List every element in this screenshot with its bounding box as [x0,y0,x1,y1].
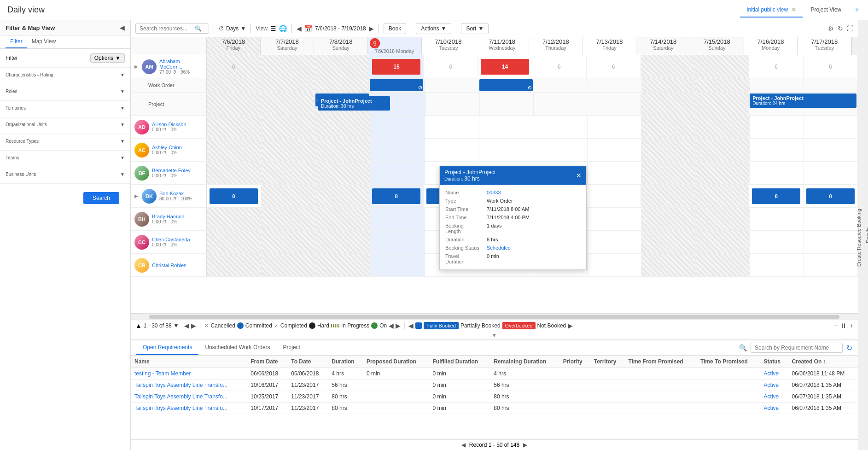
tab-initial-public-view[interactable]: Initial public view ✕ [740,3,802,18]
col-remaining[interactable]: Remaining Duration [490,356,559,368]
legend-prev-button[interactable]: ◀ [389,322,394,329]
tab-close-icon[interactable]: ✕ [792,6,796,13]
filter-territories-label[interactable]: Territories ▼ [6,105,125,111]
sort-button[interactable]: Sort ▼ [461,23,489,34]
filter-teams-label[interactable]: Teams ▼ [6,155,125,160]
tab-project-view[interactable]: Project View [804,3,848,18]
booking-prev-button[interactable]: ◀ [408,322,414,329]
bob-block-tue2[interactable]: 8 [806,188,855,204]
horizontal-scrollbar[interactable] [131,313,858,320]
filter-section-header[interactable]: Filter Options ▼ [6,53,125,63]
req-name-link-3[interactable]: Tailspin Toys Assembly Line Transfo... [134,393,227,400]
tab-unscheduled-work-orders[interactable]: Unscheduled Work Orders [198,340,276,355]
col-time-to[interactable]: Time To Promised [697,356,760,368]
tab-open-requirements[interactable]: Open Requirements [136,340,198,355]
scroll-thumb[interactable] [149,315,839,319]
filter-tab-filter[interactable]: Filter [6,35,27,48]
status-link-3[interactable]: Active [764,393,779,400]
collapse-rows-button[interactable]: ▲ [135,322,142,329]
filter-business-units-label[interactable]: Business Units ▼ [6,172,125,177]
col-from[interactable]: From Date [247,356,287,368]
lower-search-input[interactable] [751,343,843,353]
search-input[interactable] [140,25,195,32]
next-date-button[interactable]: ▶ [369,25,374,32]
popup-status-link[interactable]: Scheduled [487,245,511,251]
bob-block-fri[interactable]: 8 [210,188,258,204]
status-link-4[interactable]: Active [764,405,779,411]
popup-body: Name 00333 Type Work Order Start Time 7/… [440,185,586,269]
resource-name-bernadette[interactable]: Bernadette Foley [152,168,191,173]
req-name-link-2[interactable]: Tailspin Toys Assembly Line Transfo... [134,382,227,388]
resource-name-christal[interactable]: Christal Robles [152,263,186,268]
col-territory[interactable]: Territory [590,356,625,368]
bob-block-mon2[interactable]: 8 [752,188,800,204]
book-button[interactable]: Book [384,23,406,34]
calendar-icon[interactable]: 📅 [304,25,312,32]
resource-name-cheri[interactable]: Cheri Castaneda [152,237,190,242]
filter-org-units-label[interactable]: Organizational Units ▼ [6,122,125,127]
add-tab-button[interactable]: ＋ [853,5,861,15]
fullscreen-icon[interactable]: ⛶ [847,25,853,32]
col-time-from[interactable]: Time From Promised [624,356,696,368]
col-created[interactable]: Created On ↑ [788,356,858,368]
zoom-in-button[interactable]: + [850,322,853,329]
pause-button[interactable]: ⏸ [840,322,847,329]
next-page-button[interactable]: ▶ [191,322,196,329]
filter-roles-label[interactable]: Roles ▼ [6,89,125,94]
booking-block-15[interactable]: 15 [372,59,420,75]
resource-name-brady[interactable]: Brady Hannon [152,214,184,219]
req-name-link-1[interactable]: testing - Team Member [134,370,191,377]
legend-next-button[interactable]: ▶ [396,322,401,329]
status-link-2[interactable]: Active [764,382,779,388]
refresh-lower-button[interactable]: ↻ [846,344,852,352]
right-detail-panel[interactable]: Details Create Resource Booking [858,20,868,450]
resource-name-ashley[interactable]: Ashley Chinn [152,145,182,150]
filter-resource-types-label[interactable]: Resource Types ▼ [6,139,125,144]
table-next-button[interactable]: ▶ [523,442,527,448]
globe-icon[interactable]: 🌐 [279,25,287,32]
fully-booked-badge: Fully Booked [424,322,459,329]
search-button[interactable]: Search [83,192,119,204]
tab-project[interactable]: Project [277,340,307,355]
filter-tab-map[interactable]: Map View [27,35,60,48]
refresh-icon[interactable]: ↻ [838,25,843,32]
project-block-end[interactable]: Project - JohnProject Duration: 24 hrs [750,94,856,108]
col-status[interactable]: Status [760,356,788,368]
req-name-link-4[interactable]: Tailspin Toys Assembly Line Transfo... [134,405,227,411]
collapse-panel-button[interactable]: ◀ [120,24,125,31]
popup-close-button[interactable]: ✕ [576,172,582,179]
col-name[interactable]: Name [131,356,247,368]
wo-booking-block-wed[interactable]: ⏱ [479,79,533,91]
booking-block-14[interactable]: 14 [481,59,529,75]
col-priority[interactable]: Priority [559,356,590,368]
resource-name-allison[interactable]: Allison Dickson [152,122,186,127]
actions-button[interactable]: Actions ▼ [416,23,451,34]
project-block-spanning[interactable]: Project - JohnProject Duration: 30 hrs [318,96,390,111]
booking-next-button[interactable]: ▶ [568,322,573,329]
days-button[interactable]: ⏱ Days ▼ [219,25,246,32]
expand-icon[interactable]: ▶ [134,64,138,69]
pager-dropdown-button[interactable]: ▼ [174,322,179,329]
settings-icon[interactable]: ⚙ [828,25,834,32]
zoom-out-button[interactable]: − [834,322,838,329]
col-fulfilled[interactable]: Fulfilled Duration [429,356,490,368]
prev-date-button[interactable]: ◀ [297,25,302,32]
expand-icon[interactable]: ▶ [134,193,138,199]
filter-characteristics-label[interactable]: Characteristics - Rating ▼ [6,72,125,77]
wo-booking-block-mon[interactable]: ⏱ [370,79,423,91]
col-to[interactable]: To Date [287,356,328,368]
scroll-down-button[interactable]: ▼ [492,332,497,339]
popup-name-link[interactable]: 00333 [487,190,501,195]
col-proposed[interactable]: Proposed Duration [363,356,429,368]
options-button[interactable]: Options ▼ [90,53,125,63]
table-prev-button[interactable]: ◀ [461,442,466,448]
prev-page-button[interactable]: ◀ [184,322,189,329]
list-view-icon[interactable]: ☰ [270,25,276,32]
resource-name-abraham[interactable]: Abraham McCormi... [159,58,203,70]
scroll-right-icon[interactable] [851,37,858,55]
search-icon[interactable]: 🔍 [195,25,202,32]
bob-block-mon[interactable]: 8 [372,188,420,204]
status-link-1[interactable]: Active [764,370,779,377]
resource-name-bob[interactable]: Bob Kozak [159,191,192,196]
col-duration[interactable]: Duration [328,356,363,368]
